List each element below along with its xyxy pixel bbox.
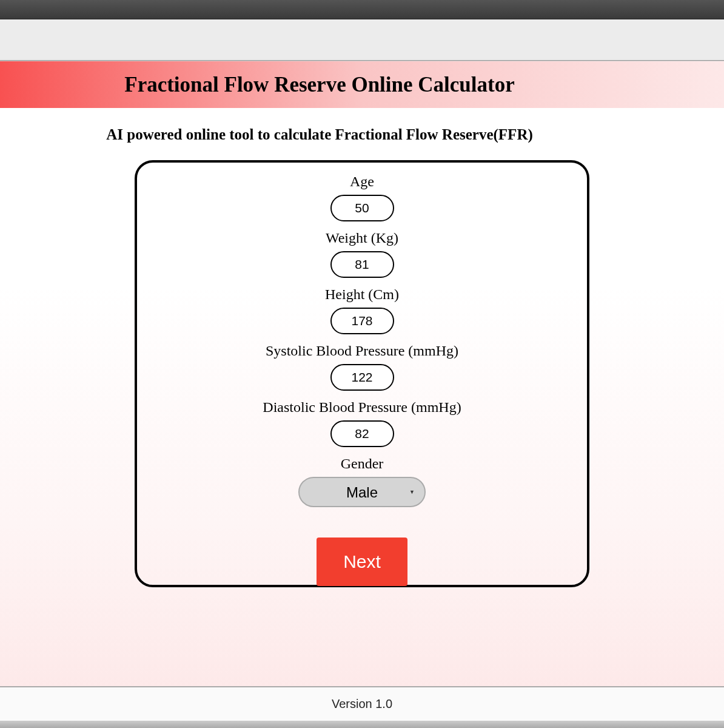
page-content: AI powered online tool to calculate Frac… — [0, 108, 724, 703]
browser-toolbar-spacer — [0, 19, 724, 61]
height-label: Height (Cm) — [325, 286, 399, 303]
systolic-label: Systolic Blood Pressure (mmHg) — [266, 343, 458, 359]
weight-input[interactable] — [330, 251, 394, 278]
diastolic-input[interactable] — [330, 420, 394, 447]
version-text: Version 1.0 — [332, 697, 392, 710]
age-label: Age — [350, 174, 374, 190]
diastolic-label: Diastolic Blood Pressure (mmHg) — [263, 399, 461, 416]
page-title: Fractional Flow Reserve Online Calculato… — [124, 73, 514, 97]
gender-select[interactable]: Male — [298, 477, 426, 507]
page-footer: Version 1.0 — [0, 686, 724, 721]
gender-label: Gender — [341, 456, 384, 472]
browser-bottom-bar — [0, 721, 724, 728]
next-button[interactable]: Next — [317, 538, 407, 586]
form-container: Age Weight (Kg) Height (Cm) Systolic Blo… — [135, 160, 589, 587]
age-input[interactable] — [330, 195, 394, 221]
systolic-input[interactable] — [330, 364, 394, 391]
page-header: Fractional Flow Reserve Online Calculato… — [0, 61, 724, 108]
browser-top-bar — [0, 0, 724, 19]
height-input[interactable] — [330, 308, 394, 334]
page-subtitle: AI powered online tool to calculate Frac… — [106, 126, 533, 143]
weight-label: Weight (Kg) — [326, 230, 398, 246]
